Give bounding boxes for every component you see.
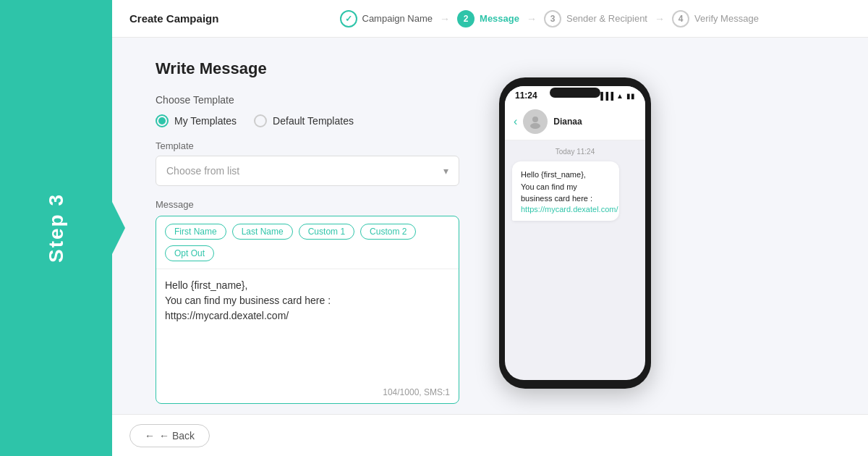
dynamic-island [550, 88, 600, 98]
svg-point-1 [530, 123, 540, 129]
step-item-message: 2 Message [457, 10, 519, 28]
message-counter: 104/1000, SMS:1 [156, 384, 459, 403]
content-area: Write Message Choose Template My Templat… [112, 38, 868, 414]
chat-bubble-text: Hello {first_name},You can find mybusine… [521, 169, 610, 205]
step-circle-2: 2 [457, 10, 475, 28]
tag-custom1[interactable]: Custom 1 [299, 224, 354, 240]
svg-point-0 [532, 117, 538, 122]
back-label: ← Back [159, 430, 195, 442]
phone-back-icon: ‹ [514, 115, 517, 128]
phone-frame: 11:24 ▐▐▐ ▲ ▮▮ ‹ Dianaa [499, 77, 651, 389]
message-label: Message [156, 199, 459, 210]
step-arrow-1: → [440, 13, 450, 25]
form-section: Write Message Choose Template My Templat… [156, 59, 459, 400]
phone-section: 11:24 ▐▐▐ ▲ ▮▮ ‹ Dianaa [488, 59, 662, 400]
radio-label-my: My Templates [174, 115, 237, 127]
phone-time: 11:24 [515, 90, 537, 101]
step-label-1: Campaign Name [362, 13, 433, 24]
step-label-3: Sender & Recipient [566, 13, 647, 24]
choose-template-label: Choose Template [156, 94, 459, 106]
chat-date: Today 11:24 [556, 148, 595, 156]
back-button[interactable]: ← ← Back [129, 424, 210, 447]
step-item-verify: 4 Verify Message [672, 10, 759, 28]
write-message-title: Write Message [156, 59, 459, 78]
tag-last-name[interactable]: Last Name [232, 224, 293, 240]
radio-label-default: Default Templates [273, 115, 354, 127]
step-label: Step 3 [45, 193, 68, 263]
tag-opt-out[interactable]: Opt Out [165, 245, 214, 261]
radio-circle-default [254, 114, 267, 127]
phone-chat-area: Today 11:24 Hello {first_name},You can f… [505, 140, 645, 380]
bottom-bar: ← ← Back [112, 414, 868, 456]
step-arrow-2: → [527, 13, 537, 25]
step-circle-3: 3 [544, 10, 561, 28]
phone-avatar [523, 109, 548, 134]
template-select-value: Choose from list [166, 165, 239, 177]
chat-bubble-link: https://mycard.dexatel.com/ [521, 205, 610, 214]
back-arrow-icon: ← [145, 430, 155, 442]
message-box: First Name Last Name Custom 1 Custom 2 O… [156, 216, 459, 404]
step-item-campaign-name: ✓ Campaign Name [340, 10, 433, 28]
phone-contact-name: Dianaa [553, 117, 582, 127]
phone-screen: 11:24 ▐▐▐ ▲ ▮▮ ‹ Dianaa [505, 86, 645, 380]
template-field-label: Template [156, 140, 459, 151]
step-label-2: Message [480, 13, 519, 24]
step-circle-1: ✓ [340, 10, 357, 28]
main-content: Create Campaign ✓ Campaign Name → 2 Mess… [112, 0, 868, 456]
message-textarea[interactable]: Hello {first_name}, You can find my busi… [156, 269, 459, 381]
tag-row: First Name Last Name Custom 1 Custom 2 O… [156, 216, 459, 269]
chat-bubble: Hello {first_name},You can find mybusine… [512, 161, 619, 221]
radio-my-templates[interactable]: My Templates [156, 114, 237, 127]
topbar: Create Campaign ✓ Campaign Name → 2 Mess… [112, 0, 868, 38]
wifi-icon: ▲ [616, 92, 624, 100]
radio-group: My Templates Default Templates [156, 114, 459, 127]
step-item-sender: 3 Sender & Recipient [544, 10, 647, 28]
sidebar: Step 3 [0, 0, 112, 456]
template-select[interactable]: Choose from list ▾ [156, 156, 459, 186]
step-circle-4: 4 [672, 10, 689, 28]
sidebar-arrow [112, 202, 125, 254]
battery-icon: ▮▮ [626, 92, 635, 100]
signal-icon: ▐▐▐ [598, 92, 613, 100]
page-title: Create Campaign [129, 12, 218, 25]
step-arrow-3: → [655, 13, 665, 25]
steps-navigation: ✓ Campaign Name → 2 Message → 3 Sender &… [247, 10, 851, 28]
phone-status-icons: ▐▐▐ ▲ ▮▮ [598, 92, 635, 100]
tag-first-name[interactable]: First Name [165, 224, 226, 240]
radio-circle-my [156, 114, 169, 127]
step-label-4: Verify Message [694, 13, 759, 24]
chevron-down-icon: ▾ [443, 165, 448, 177]
tag-custom2[interactable]: Custom 2 [360, 224, 416, 240]
phone-chat-header: ‹ Dianaa [505, 104, 645, 140]
radio-default-templates[interactable]: Default Templates [254, 114, 354, 127]
